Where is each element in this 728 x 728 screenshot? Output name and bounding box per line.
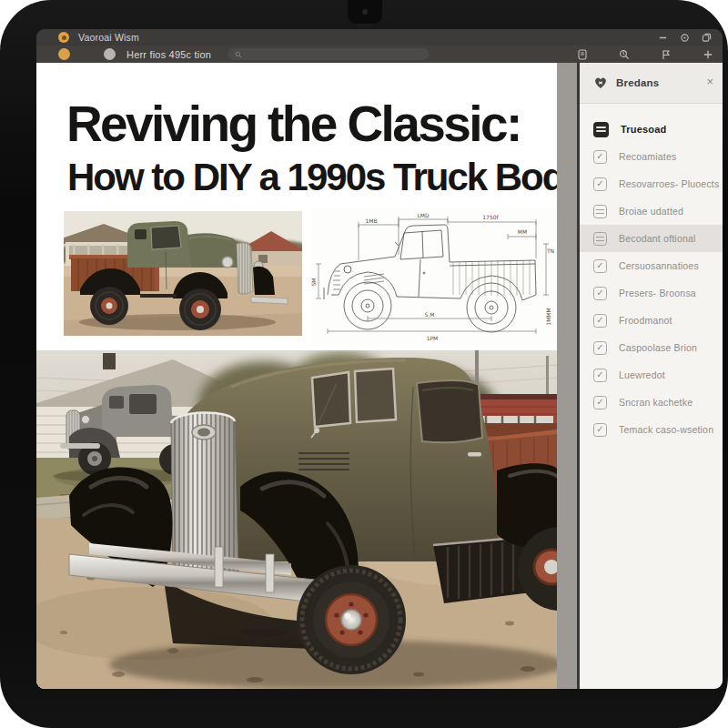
site-favicon-icon <box>58 32 69 43</box>
new-tab-icon[interactable] <box>703 49 713 60</box>
panel-items: Truesoad ✓ Recoamiates ✓ Resovarroes- Pl… <box>580 105 723 443</box>
inline-photo-green-truck <box>64 211 302 336</box>
toolbar: Herr fios 495c tion <box>36 46 723 63</box>
panel-item[interactable]: ✓ Caspoolase Brion <box>580 334 723 361</box>
tab-overview-icon[interactable] <box>702 33 712 43</box>
svg-text:1MMM: 1MMM <box>545 308 551 325</box>
panel-item[interactable]: ✓ Presers- Broonsa <box>580 279 723 307</box>
svg-text:MM: MM <box>518 228 527 235</box>
flag-bookmark-icon[interactable] <box>661 49 672 60</box>
viewport: Reviving the Classic: How to DIY a 1990s… <box>36 63 723 689</box>
record-circle-icon[interactable] <box>680 33 690 43</box>
checkbox-icon[interactable]: ✓ <box>593 423 607 437</box>
panel-item[interactable]: ✓ Sncran kachetke <box>580 389 723 416</box>
svg-text:1MB: 1MB <box>365 217 377 224</box>
tab-title[interactable]: Vaoroai Wism <box>78 32 139 43</box>
tablet-frame: Vaoroai Wism Herr fios 495c tion <box>0 0 728 728</box>
article-title-line1: Reviving the Classic: <box>66 99 521 149</box>
close-icon[interactable]: × <box>706 76 713 87</box>
address-label[interactable]: Herr fios 495c tion <box>126 49 211 60</box>
reader-mode-icon[interactable] <box>577 49 588 60</box>
journal-icon <box>593 122 609 137</box>
panel-item[interactable]: ✓ Luewredot <box>580 361 723 389</box>
svg-text:TN: TN <box>546 248 554 254</box>
minimize-icon[interactable] <box>658 33 668 43</box>
checkbox-icon[interactable]: ✓ <box>593 341 607 355</box>
svg-text:1750f: 1750f <box>482 214 499 220</box>
camera-notch <box>348 0 382 24</box>
heart-icon <box>593 76 608 93</box>
panel-item-selected[interactable]: Becodant oftional <box>580 225 723 252</box>
lines-icon[interactable] <box>593 232 607 246</box>
tab-bar: Vaoroai Wism <box>36 29 723 46</box>
checkbox-icon[interactable]: ✓ <box>593 150 607 164</box>
svg-text:LMD: LMD <box>417 212 430 218</box>
history-search-icon[interactable] <box>619 49 630 60</box>
checkbox-icon[interactable]: ✓ <box>593 259 607 273</box>
panel-item[interactable]: ✓ Froodmanot <box>580 307 723 334</box>
reading-list-panel: Bredans × Truesoad ✓ Recoamiates ✓ Resov… <box>580 63 723 689</box>
panel-item[interactable]: ✓ Resovarroes- Pluoects <box>580 170 723 197</box>
hero-photo-truck-closeup <box>36 350 557 689</box>
inline-blueprint-drawing: 1MB LMD 1750f MM TN SM S.M 1PM 1MMM <box>311 207 555 346</box>
checkbox-icon[interactable]: ✓ <box>593 369 607 382</box>
checkbox-icon[interactable]: ✓ <box>593 177 607 191</box>
browser-window: Vaoroai Wism Herr fios 495c tion <box>36 29 723 689</box>
article-title-line2: How to DIY a 1990s Truck Bod <box>67 158 557 197</box>
panel-item[interactable]: ✓ Recoamiates <box>580 143 723 170</box>
panel-item-pinned[interactable]: Truesoad <box>580 116 723 143</box>
panel-item[interactable]: Broiae udatted <box>580 197 723 225</box>
panel-item[interactable]: ✓ Cersuosannatioes <box>580 252 723 279</box>
search-icon <box>235 51 242 58</box>
panel-header: Bredans × <box>580 63 723 104</box>
camera-lens-icon <box>362 9 368 15</box>
dimension-labels: 1MB LMD 1750f MM TN SM S.M 1PM 1MMM <box>311 212 554 341</box>
checkbox-icon[interactable]: ✓ <box>593 287 607 300</box>
panel-item[interactable]: ✓ Temack caso-wsetion <box>580 416 723 443</box>
lines-icon[interactable] <box>593 205 607 218</box>
svg-text:SM: SM <box>311 278 317 287</box>
article-page: Reviving the Classic: How to DIY a 1990s… <box>36 63 557 689</box>
svg-text:S.M: S.M <box>425 311 435 318</box>
checkbox-icon[interactable]: ✓ <box>593 396 607 410</box>
search-field[interactable] <box>228 48 430 60</box>
page-gutter <box>557 63 580 689</box>
svg-text:1PM: 1PM <box>427 335 439 341</box>
profile-dot-icon[interactable] <box>58 48 70 60</box>
checkbox-icon[interactable]: ✓ <box>593 314 607 328</box>
panel-title: Bredans <box>616 77 659 88</box>
site-dot-icon[interactable] <box>104 48 116 60</box>
